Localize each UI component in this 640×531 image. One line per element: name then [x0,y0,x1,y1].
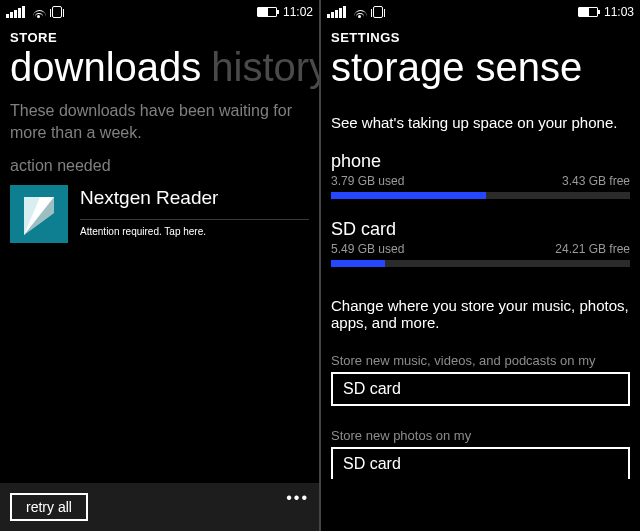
change-location-text: Change where you store your music, photo… [331,297,630,331]
signal-icon [6,6,26,18]
clock: 11:03 [604,5,634,19]
battery-fill [579,8,589,16]
app-bar: retry all ••• [0,483,319,531]
download-item[interactable]: Nextgen Reader Attention required. Tap h… [10,185,309,243]
sdcard-storage[interactable]: SD card 5.49 GB used 24.21 GB free [331,219,630,267]
phone-bar [331,192,630,199]
battery-icon [578,7,598,17]
divider [80,219,309,220]
vibrate-icon [52,6,62,18]
settings-screen: 11:03 SETTINGS storage sense See what's … [321,0,640,531]
photos-picker-label: Store new photos on my [331,428,630,443]
pivot-next[interactable]: history [211,45,319,89]
page-context: STORE [0,22,319,45]
phone-bar-fill [331,192,486,199]
page-context: SETTINGS [321,22,640,45]
battery-fill [258,8,268,16]
phone-free: 3.43 GB free [562,174,630,188]
vibrate-icon [373,6,383,18]
retry-all-button[interactable]: retry all [10,493,88,521]
status-bar: 11:03 [321,0,640,22]
pivot-header[interactable]: downloadshistory [0,45,319,96]
sdcard-label: SD card [331,219,630,240]
store-screen: 11:02 STORE downloadshistory These downl… [0,0,319,531]
action-needed-label: action needed [10,157,309,175]
waiting-message: These downloads have been waiting for mo… [10,100,309,143]
wifi-icon [32,6,46,18]
download-title: Nextgen Reader [80,187,309,209]
photos-picker[interactable]: SD card [331,447,630,479]
sdcard-bar [331,260,630,267]
more-icon[interactable]: ••• [286,489,309,507]
battery-icon [257,7,277,17]
clock: 11:02 [283,5,313,19]
page-title: storage sense [321,45,640,96]
phone-label: phone [331,151,630,172]
sdcard-used: 5.49 GB used [331,242,404,256]
wifi-icon [353,6,367,18]
sdcard-free: 24.21 GB free [555,242,630,256]
sdcard-bar-fill [331,260,385,267]
phone-storage[interactable]: phone 3.79 GB used 3.43 GB free [331,151,630,199]
signal-icon [327,6,347,18]
music-picker-label: Store new music, videos, and podcasts on… [331,353,630,368]
music-picker[interactable]: SD card [331,372,630,406]
phone-used: 3.79 GB used [331,174,404,188]
status-bar: 11:02 [0,0,319,22]
download-status: Attention required. Tap here. [80,226,309,237]
pivot-active[interactable]: downloads [10,45,201,89]
storage-description: See what's taking up space on your phone… [331,114,630,131]
app-icon [10,185,68,243]
